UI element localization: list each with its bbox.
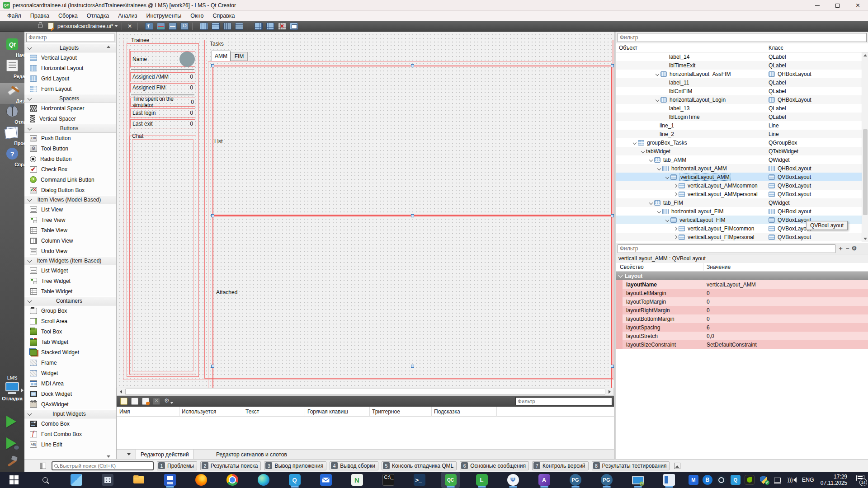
widget-item[interactable]: Form Layout [24, 84, 116, 94]
pane-general-messages[interactable]: 6Основные сообщения [460, 461, 529, 470]
widget-item[interactable]: Group Box [24, 305, 116, 316]
widget-item[interactable]: Radio Button [24, 154, 116, 164]
clock[interactable]: 17:29 07.11.2025 [821, 474, 847, 486]
tab-fim[interactable]: FIM [231, 52, 248, 61]
widget-item[interactable]: Dock Widget [24, 389, 116, 399]
widget-box-filter-input[interactable] [26, 33, 114, 42]
splitter-vertical-icon[interactable] [235, 23, 243, 30]
taskbar-mail[interactable] [316, 472, 335, 488]
volume-icon[interactable]: ))) [787, 475, 797, 485]
widget-item[interactable]: List Widget [24, 265, 116, 276]
widget-item[interactable]: Horizontal Layout [24, 63, 116, 73]
object-tree-row[interactable]: lblCntFIMQLabel [616, 87, 862, 95]
kit-expand-icon[interactable] [21, 389, 24, 392]
scrollbar-thumb[interactable] [125, 389, 605, 395]
expander-icon[interactable] [674, 192, 677, 196]
edit-widgets-icon[interactable] [145, 23, 153, 30]
configure-icon[interactable] [164, 398, 171, 405]
object-tree-row[interactable]: line_2Line [616, 130, 862, 138]
mode-debug[interactable]: Отладка [0, 104, 24, 125]
menu-file[interactable]: Файл [3, 12, 26, 20]
scroll-left-icon[interactable] [117, 388, 125, 395]
widget-item[interactable]: Grid Layout [24, 73, 116, 84]
taskbar-notepadpp[interactable]: N [348, 472, 366, 488]
tab-amm[interactable]: AMM [212, 51, 231, 61]
taskbar-purple-app[interactable]: A [535, 472, 553, 488]
object-tree-row[interactable]: tab_FIMQWidget [616, 198, 862, 207]
widget-item[interactable]: Tool Box [24, 326, 116, 337]
expander-icon[interactable] [656, 72, 659, 75]
menu-build[interactable]: Сборка [54, 12, 82, 20]
add-property-icon[interactable]: ＋ [838, 245, 844, 252]
widget-item[interactable]: Widget [24, 368, 116, 378]
expander-icon[interactable] [656, 98, 659, 101]
form-layout-icon[interactable] [255, 23, 263, 30]
taskbar-widgets[interactable] [67, 472, 85, 488]
widget-item[interactable]: Undo View [24, 246, 116, 256]
object-tree-row[interactable]: verticalLayout_AMMcommonQVBoxLayout [616, 181, 862, 190]
delete-action-icon[interactable] [153, 398, 160, 405]
widget-item[interactable]: Combo Box [24, 418, 116, 429]
taskbar-explorer[interactable] [129, 472, 148, 488]
selection-handle[interactable] [411, 64, 414, 67]
menu-window[interactable]: Окно [186, 12, 208, 20]
run-button[interactable] [6, 416, 16, 427]
pane-compile-output[interactable]: 4Вывод сборки [330, 461, 378, 470]
adjust-size-icon[interactable] [290, 23, 298, 30]
object-tree-row[interactable]: label_14QLabel [616, 52, 862, 61]
object-tree-row[interactable]: groupBox_TasksQGroupBox [616, 138, 862, 147]
widget-item[interactable]: Column View [24, 235, 116, 246]
expander-icon[interactable] [657, 209, 661, 213]
scroll-up-icon[interactable] [107, 46, 110, 48]
tray-q-icon[interactable]: Q [731, 475, 741, 485]
taskbar-q-app[interactable]: Q [285, 472, 304, 488]
menu-debug[interactable]: Отладка [82, 12, 113, 20]
assigned-amm-row[interactable]: Assigned AMM0 [130, 72, 195, 81]
kit-selector[interactable]: LMS Отладка [0, 375, 24, 401]
object-tree-row[interactable]: label_13QLabel [616, 104, 862, 113]
widget-item[interactable]: Tab Widget [24, 337, 116, 347]
chevron-down-icon[interactable] [114, 25, 118, 27]
taskbar-calculator[interactable] [98, 472, 117, 488]
mode-welcome[interactable]: Qt Начало [0, 38, 24, 58]
last-exit-row[interactable]: Last exit0 [130, 119, 195, 128]
expander-icon[interactable] [665, 218, 669, 221]
selected-layout-top[interactable] [212, 66, 612, 216]
pane-test-results[interactable]: 8Результаты тестирования [592, 461, 670, 470]
taskbar-save-app[interactable] [160, 472, 179, 488]
widget-item[interactable]: Tree View [24, 215, 116, 225]
object-tree-row-selected[interactable]: verticalLayout_AMMQVBoxLayout [616, 173, 862, 181]
object-tree-row[interactable]: horizontalLayout_AMMQHBoxLayout [616, 164, 862, 173]
property-row[interactable]: layoutTopMargin0 [616, 297, 868, 306]
mode-edit[interactable]: Редактор [0, 59, 24, 80]
layout-vertically-icon[interactable] [212, 23, 220, 30]
column-property[interactable]: Свойство [620, 264, 644, 270]
pane-application-output[interactable]: 3Вывод приложения [264, 461, 326, 470]
property-row[interactable]: layoutSizeConstraintSetDefaultConstraint [616, 340, 868, 349]
lock-icon[interactable] [38, 24, 42, 28]
break-layout-icon[interactable] [278, 23, 286, 30]
object-tree-row[interactable]: tabWidgetQTabWidget [616, 147, 862, 155]
menu-edit[interactable]: Правка [26, 12, 54, 20]
assigned-fim-row[interactable]: Assigned FIM0 [130, 83, 195, 92]
widget-item[interactable]: Tool Button [24, 143, 116, 154]
expander-icon[interactable] [649, 201, 653, 204]
selected-layout-bottom[interactable] [212, 216, 612, 388]
grid-layout-icon[interactable] [266, 23, 274, 30]
widget-category-inputwidgets[interactable]: Input Widgets [24, 409, 116, 418]
pane-search-results[interactable]: 2Результаты поиска [200, 461, 261, 470]
selection-handle[interactable] [211, 365, 214, 368]
column-value[interactable]: Значение [707, 264, 731, 270]
widget-item[interactable]: Table Widget [24, 286, 116, 296]
taskbar-postgres-1[interactable]: PG [566, 472, 585, 488]
tab-action-editor[interactable]: Редактор действий [136, 450, 194, 460]
expander-icon[interactable] [649, 158, 653, 161]
time-spent-row[interactable]: Time spent on the simulator0 [130, 98, 195, 107]
widget-category-spacers[interactable]: Spacers [24, 94, 116, 103]
taskbar-postgres-2[interactable]: PG [597, 472, 616, 488]
pane-version-control[interactable]: 7Контроль версий [532, 461, 588, 470]
edit-buddies-icon[interactable] [169, 23, 177, 30]
widget-item[interactable]: Horizontal Spacer [24, 103, 116, 113]
menu-tools[interactable]: Инструменты [142, 12, 186, 20]
widget-item[interactable]: Push Button [24, 133, 116, 143]
